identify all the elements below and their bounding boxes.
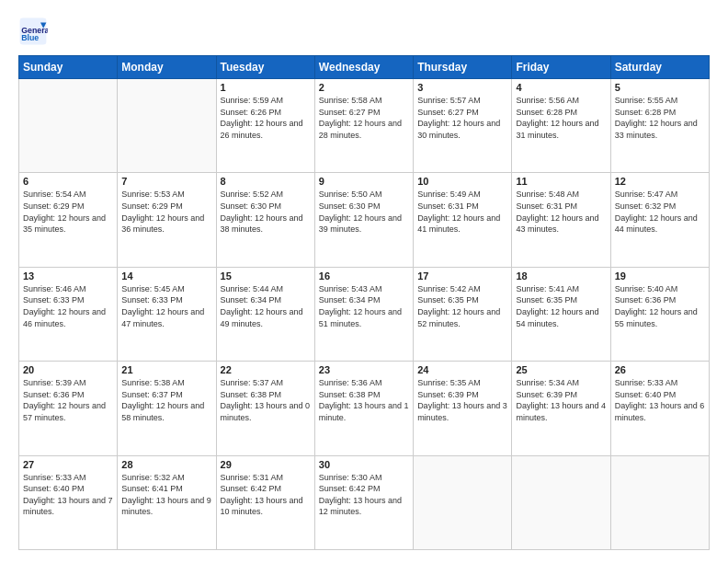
day-header-tuesday: Tuesday <box>216 56 314 79</box>
week-row-4: 20Sunrise: 5:39 AM Sunset: 6:36 PM Dayli… <box>19 362 710 455</box>
day-number: 17 <box>417 270 507 282</box>
day-number: 29 <box>221 459 311 470</box>
calendar-cell: 27Sunrise: 5:33 AM Sunset: 6:40 PM Dayli… <box>19 455 118 549</box>
calendar-cell: 5Sunrise: 5:55 AM Sunset: 6:28 PM Daylig… <box>610 79 709 173</box>
calendar-cell: 19Sunrise: 5:40 AM Sunset: 6:36 PM Dayli… <box>610 267 709 361</box>
day-info: Sunrise: 5:37 AM Sunset: 6:38 PM Dayligh… <box>221 377 311 423</box>
calendar-cell: 3Sunrise: 5:57 AM Sunset: 6:27 PM Daylig… <box>414 79 512 173</box>
calendar-header-row: SundayMondayTuesdayWednesdayThursdayFrid… <box>19 56 710 79</box>
calendar-cell: 21Sunrise: 5:38 AM Sunset: 6:37 PM Dayli… <box>118 362 216 455</box>
calendar-cell: 20Sunrise: 5:39 AM Sunset: 6:36 PM Dayli… <box>19 362 118 455</box>
logo-icon: General Blue <box>18 17 48 46</box>
day-info: Sunrise: 5:30 AM Sunset: 6:42 PM Dayligh… <box>319 472 409 518</box>
day-info: Sunrise: 5:47 AM Sunset: 6:32 PM Dayligh… <box>615 189 705 235</box>
day-info: Sunrise: 5:36 AM Sunset: 6:38 PM Dayligh… <box>319 377 409 423</box>
calendar-cell: 25Sunrise: 5:34 AM Sunset: 6:39 PM Dayli… <box>512 362 610 455</box>
calendar-cell: 29Sunrise: 5:31 AM Sunset: 6:42 PM Dayli… <box>216 455 314 549</box>
calendar-cell <box>610 455 709 549</box>
day-info: Sunrise: 5:52 AM Sunset: 6:30 PM Dayligh… <box>221 189 311 235</box>
day-info: Sunrise: 5:31 AM Sunset: 6:42 PM Dayligh… <box>221 472 311 518</box>
calendar-cell: 22Sunrise: 5:37 AM Sunset: 6:38 PM Dayli… <box>216 362 314 455</box>
day-number: 16 <box>319 270 409 282</box>
day-number: 12 <box>615 176 705 187</box>
calendar-cell: 12Sunrise: 5:47 AM Sunset: 6:32 PM Dayli… <box>610 173 709 267</box>
day-number: 10 <box>417 176 507 187</box>
calendar-cell: 2Sunrise: 5:58 AM Sunset: 6:27 PM Daylig… <box>314 79 413 173</box>
day-header-saturday: Saturday <box>610 56 709 79</box>
calendar-cell: 13Sunrise: 5:46 AM Sunset: 6:33 PM Dayli… <box>19 267 118 361</box>
day-header-thursday: Thursday <box>414 56 512 79</box>
day-info: Sunrise: 5:35 AM Sunset: 6:39 PM Dayligh… <box>417 377 507 423</box>
day-number: 3 <box>417 82 507 93</box>
calendar-cell <box>118 79 216 173</box>
day-number: 7 <box>121 176 211 187</box>
day-info: Sunrise: 5:54 AM Sunset: 6:29 PM Dayligh… <box>23 189 113 235</box>
day-info: Sunrise: 5:59 AM Sunset: 6:26 PM Dayligh… <box>221 95 311 141</box>
svg-text:Blue: Blue <box>21 33 39 42</box>
calendar-cell <box>414 455 512 549</box>
calendar-cell: 6Sunrise: 5:54 AM Sunset: 6:29 PM Daylig… <box>19 173 118 267</box>
day-info: Sunrise: 5:41 AM Sunset: 6:35 PM Dayligh… <box>516 283 606 329</box>
calendar-cell: 10Sunrise: 5:49 AM Sunset: 6:31 PM Dayli… <box>414 173 512 267</box>
day-number: 6 <box>23 176 113 187</box>
day-info: Sunrise: 5:57 AM Sunset: 6:27 PM Dayligh… <box>417 95 507 141</box>
day-number: 11 <box>516 176 606 187</box>
day-info: Sunrise: 5:40 AM Sunset: 6:36 PM Dayligh… <box>615 283 705 329</box>
calendar-cell: 8Sunrise: 5:52 AM Sunset: 6:30 PM Daylig… <box>216 173 314 267</box>
week-row-3: 13Sunrise: 5:46 AM Sunset: 6:33 PM Dayli… <box>19 267 710 361</box>
day-info: Sunrise: 5:33 AM Sunset: 6:40 PM Dayligh… <box>23 472 113 518</box>
week-row-1: 1Sunrise: 5:59 AM Sunset: 6:26 PM Daylig… <box>19 79 710 173</box>
calendar-cell: 23Sunrise: 5:36 AM Sunset: 6:38 PM Dayli… <box>314 362 413 455</box>
day-info: Sunrise: 5:48 AM Sunset: 6:31 PM Dayligh… <box>516 189 606 235</box>
page: General Blue SundayMondayTuesdayWednesda… <box>0 0 728 563</box>
day-info: Sunrise: 5:43 AM Sunset: 6:34 PM Dayligh… <box>319 283 409 329</box>
day-header-sunday: Sunday <box>19 56 118 79</box>
day-number: 30 <box>319 459 409 470</box>
day-number: 21 <box>121 364 211 375</box>
calendar-cell: 26Sunrise: 5:33 AM Sunset: 6:40 PM Dayli… <box>610 362 709 455</box>
day-number: 2 <box>319 82 409 93</box>
calendar-cell: 24Sunrise: 5:35 AM Sunset: 6:39 PM Dayli… <box>414 362 512 455</box>
day-number: 8 <box>221 176 311 187</box>
day-info: Sunrise: 5:58 AM Sunset: 6:27 PM Dayligh… <box>319 95 409 141</box>
week-row-2: 6Sunrise: 5:54 AM Sunset: 6:29 PM Daylig… <box>19 173 710 267</box>
day-number: 24 <box>417 364 507 375</box>
logo: General Blue <box>18 17 50 46</box>
calendar-table: SundayMondayTuesdayWednesdayThursdayFrid… <box>18 55 710 550</box>
calendar-cell <box>19 79 118 173</box>
day-header-wednesday: Wednesday <box>314 56 413 79</box>
day-number: 26 <box>615 364 705 375</box>
day-number: 4 <box>516 82 606 93</box>
calendar-cell <box>512 455 610 549</box>
calendar-cell: 1Sunrise: 5:59 AM Sunset: 6:26 PM Daylig… <box>216 79 314 173</box>
day-info: Sunrise: 5:44 AM Sunset: 6:34 PM Dayligh… <box>221 283 311 329</box>
calendar-cell: 14Sunrise: 5:45 AM Sunset: 6:33 PM Dayli… <box>118 267 216 361</box>
day-number: 13 <box>23 270 113 282</box>
day-info: Sunrise: 5:56 AM Sunset: 6:28 PM Dayligh… <box>516 95 606 141</box>
header: General Blue <box>18 17 710 46</box>
day-number: 5 <box>615 82 705 93</box>
day-number: 28 <box>121 459 211 470</box>
day-info: Sunrise: 5:39 AM Sunset: 6:36 PM Dayligh… <box>23 377 113 423</box>
day-number: 27 <box>23 459 113 470</box>
day-header-friday: Friday <box>512 56 610 79</box>
calendar-cell: 28Sunrise: 5:32 AM Sunset: 6:41 PM Dayli… <box>118 455 216 549</box>
day-number: 23 <box>319 364 409 375</box>
day-info: Sunrise: 5:55 AM Sunset: 6:28 PM Dayligh… <box>615 95 705 141</box>
calendar-cell: 16Sunrise: 5:43 AM Sunset: 6:34 PM Dayli… <box>314 267 413 361</box>
day-number: 19 <box>615 270 705 282</box>
calendar-cell: 15Sunrise: 5:44 AM Sunset: 6:34 PM Dayli… <box>216 267 314 361</box>
week-row-5: 27Sunrise: 5:33 AM Sunset: 6:40 PM Dayli… <box>19 455 710 549</box>
day-info: Sunrise: 5:46 AM Sunset: 6:33 PM Dayligh… <box>23 283 113 329</box>
day-number: 14 <box>121 270 211 282</box>
day-info: Sunrise: 5:53 AM Sunset: 6:29 PM Dayligh… <box>121 189 211 235</box>
day-number: 1 <box>221 82 311 93</box>
day-info: Sunrise: 5:42 AM Sunset: 6:35 PM Dayligh… <box>417 283 507 329</box>
day-info: Sunrise: 5:32 AM Sunset: 6:41 PM Dayligh… <box>121 472 211 518</box>
day-header-monday: Monday <box>118 56 216 79</box>
calendar-cell: 7Sunrise: 5:53 AM Sunset: 6:29 PM Daylig… <box>118 173 216 267</box>
day-info: Sunrise: 5:50 AM Sunset: 6:30 PM Dayligh… <box>319 189 409 235</box>
day-number: 15 <box>221 270 311 282</box>
calendar-cell: 4Sunrise: 5:56 AM Sunset: 6:28 PM Daylig… <box>512 79 610 173</box>
day-info: Sunrise: 5:45 AM Sunset: 6:33 PM Dayligh… <box>121 283 211 329</box>
